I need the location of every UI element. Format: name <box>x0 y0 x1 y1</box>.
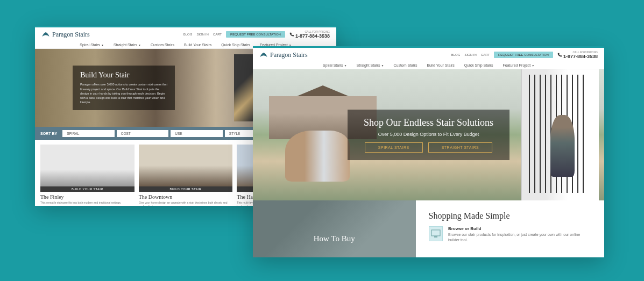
product-image <box>139 145 233 186</box>
filter-spiral[interactable]: SPIRAL <box>62 130 115 137</box>
blog-link[interactable]: BLOG <box>451 53 461 56</box>
consultation-button[interactable]: REQUEST FREE CONSULTATION <box>226 31 285 38</box>
signin-link[interactable]: SIGN IN <box>464 53 476 56</box>
nav-custom-stairs[interactable]: Custom Stairs <box>393 63 417 67</box>
chevron-down-icon: ▼ <box>381 64 384 67</box>
nav-quick-ship-stairs[interactable]: Quick Ship Stairs <box>221 43 250 47</box>
hero-title: Build Your Stair <box>80 71 167 80</box>
hero-text: Paragon offers over 5,000 options to cre… <box>80 82 167 104</box>
nav-spiral-stairs[interactable]: Spiral Stairs▼ <box>323 63 347 67</box>
how-to-buy-title: How To Buy <box>314 234 355 243</box>
cart-link[interactable]: CART <box>481 53 490 56</box>
chevron-down-icon: ▼ <box>532 64 534 67</box>
product-card[interactable]: BUILD YOUR STAIRThe DowntownGive your ho… <box>139 145 233 206</box>
straight-stairs-button[interactable]: STRAIGHT STAIRS <box>428 142 492 153</box>
logo[interactable]: Paragon Stairs <box>41 31 90 39</box>
logo-icon <box>259 52 268 58</box>
nav-custom-stairs[interactable]: Custom Stairs <box>151 43 174 47</box>
logo-text: Paragon Stairs <box>270 51 308 59</box>
nav-straight-stairs[interactable]: Straight Stairs▼ <box>114 43 141 47</box>
logo-text: Paragon Stairs <box>52 31 90 39</box>
phone-number: 1-877-884-3538 <box>295 33 330 39</box>
phone-icon <box>289 32 294 37</box>
svg-rect-0 <box>431 230 440 236</box>
main-nav: Spiral Stairs▼Straight Stairs▼Custom Sta… <box>253 62 604 69</box>
spiral-stairs-button[interactable]: SPIRAL STAIRS <box>365 142 423 153</box>
hero-person-sitting <box>285 131 350 182</box>
hero-shop: Shop Our Endless Stair Solutions Over 5,… <box>253 69 604 200</box>
product-tag: BUILD YOUR STAIR <box>40 186 135 192</box>
hero-title: Shop Our Endless Stair Solutions <box>364 117 493 128</box>
signin-link[interactable]: SIGN IN <box>196 33 208 36</box>
hero-buttons: SPIRAL STAIRS STRAIGHT STAIRS <box>364 142 493 153</box>
hero-person-standing <box>550 115 575 177</box>
phone-number: 1-877-884-3538 <box>563 54 598 59</box>
nav-spiral-stairs[interactable]: Spiral Stairs▼ <box>80 43 104 47</box>
shopping-item-text: Browse our stair products for inspiratio… <box>448 232 591 243</box>
chevron-down-icon: ▼ <box>101 44 104 47</box>
blog-link[interactable]: BLOG <box>183 33 193 36</box>
product-card[interactable]: BUILD YOUR STAIRThe FinleyThis versatile… <box>40 145 135 206</box>
nav-build-your-stairs[interactable]: Build Your Stairs <box>184 43 211 47</box>
nav-straight-stairs[interactable]: Straight Stairs▼ <box>357 63 384 67</box>
screenshot-homepage: Paragon Stairs BLOG SIGN IN CART REQUEST… <box>253 46 604 257</box>
product-title: The Downtown <box>139 194 233 200</box>
svg-rect-1 <box>434 236 437 237</box>
topbar: Paragon Stairs BLOG SIGN IN CART REQUEST… <box>253 48 604 62</box>
how-to-buy-panel: How To Buy <box>253 200 416 257</box>
topbar: Paragon Stairs BLOG SIGN IN CART REQUEST… <box>35 27 336 41</box>
product-image <box>40 145 135 186</box>
hero-overlay: Build Your Stair Paragon offers over 5,0… <box>73 66 175 110</box>
shopping-item: Browse or Build Browse our stair product… <box>429 226 592 243</box>
consultation-button[interactable]: REQUEST FREE CONSULTATION <box>494 52 553 58</box>
how-to-buy-section: How To Buy Shopping Made Simple Browse o… <box>253 200 604 257</box>
monitor-icon <box>429 226 443 241</box>
nav-featured-project[interactable]: Featured Project▼ <box>503 63 534 67</box>
nav-build-your-stairs[interactable]: Build Your Stairs <box>427 63 454 67</box>
product-tag: BUILD YOUR STAIR <box>139 186 233 192</box>
shopping-title: Shopping Made Simple <box>429 211 592 221</box>
filter-label: SORT BY <box>40 132 57 135</box>
hero-subtitle: Over 5,000 Design Options to Fit Every B… <box>364 132 493 137</box>
chevron-down-icon: ▼ <box>344 64 347 67</box>
nav-quick-ship-stairs[interactable]: Quick Ship Stairs <box>464 63 493 67</box>
top-links: BLOG SIGN IN CART REQUEST FREE CONSULTAT… <box>451 51 598 59</box>
hero-overlay: Shop Our Endless Stair Solutions Over 5,… <box>348 110 509 160</box>
top-links: BLOG SIGN IN CART REQUEST FREE CONSULTAT… <box>183 31 330 39</box>
shopping-item-title: Browse or Build <box>448 226 591 231</box>
filter-cost[interactable]: COST <box>117 130 169 137</box>
product-description: Give your home design an upgrade with a … <box>139 201 233 206</box>
product-title: The Finley <box>40 194 135 200</box>
shopping-panel: Shopping Made Simple Browse or Build Bro… <box>416 200 605 257</box>
phone-icon <box>557 53 562 57</box>
phone-block[interactable]: CALL FOR PRICING 1-877-884-3538 <box>557 51 598 59</box>
logo-icon <box>41 31 50 38</box>
logo[interactable]: Paragon Stairs <box>259 51 308 59</box>
phone-block[interactable]: CALL FOR PRICING 1-877-884-3538 <box>289 31 330 39</box>
filter-use[interactable]: USE <box>171 130 223 137</box>
product-description: This versatile staircase fits into both … <box>40 201 135 205</box>
chevron-down-icon: ▼ <box>138 44 141 47</box>
cart-link[interactable]: CART <box>213 33 222 36</box>
